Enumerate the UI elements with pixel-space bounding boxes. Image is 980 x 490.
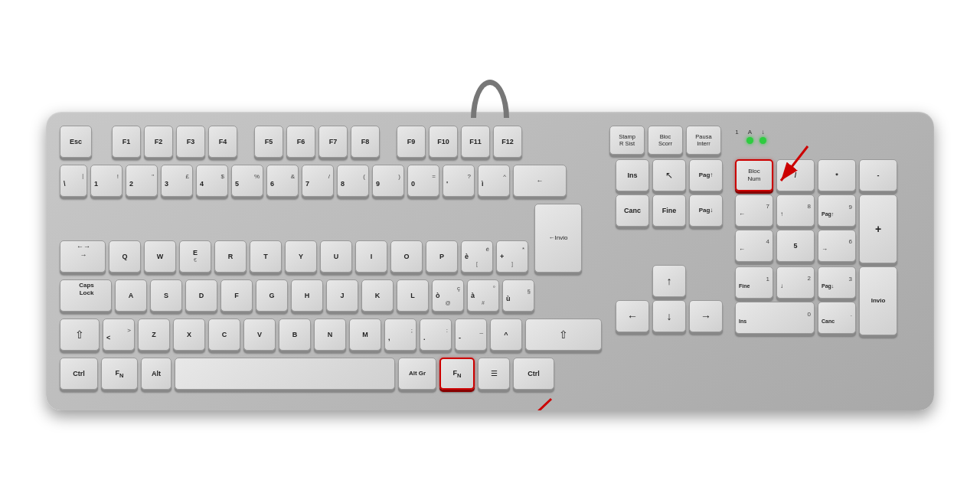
key-f11[interactable]: F11 (461, 126, 490, 158)
key-lt[interactable]: > < (103, 318, 135, 351)
key-7[interactable]: / 7 (302, 165, 334, 197)
key-c[interactable]: C (208, 318, 240, 351)
key-num-dot[interactable]: . Canc (818, 302, 856, 334)
key-enter[interactable]: ←Invio (534, 204, 582, 273)
key-b[interactable]: B (279, 318, 311, 351)
key-agrave[interactable]: ° à # (467, 279, 499, 312)
key-num-2[interactable]: 2 ↓ (776, 266, 815, 299)
key-question[interactable]: ? ' (443, 165, 475, 197)
key-pgup[interactable]: Pag↑ (689, 159, 723, 191)
key-q[interactable]: Q (109, 240, 141, 273)
key-num-3[interactable]: 3 Pag↓ (818, 266, 856, 299)
key-section[interactable]: § ù (502, 279, 534, 312)
key-semicolon[interactable]: ; , (384, 318, 416, 351)
key-x[interactable]: X (173, 318, 205, 351)
key-9[interactable]: ) 9 (372, 165, 404, 197)
key-f7[interactable]: F7 (318, 126, 348, 158)
key-arrow-left[interactable]: ← (616, 300, 649, 332)
key-v[interactable]: V (243, 318, 276, 351)
key-num-0[interactable]: 0 Ins (735, 302, 815, 334)
key-z[interactable]: Z (138, 318, 170, 351)
key-alt-left[interactable]: Alt (141, 358, 172, 390)
key-num-mul[interactable]: * (818, 159, 856, 191)
key-num-6[interactable]: 6 → (818, 230, 856, 262)
key-y[interactable]: Y (285, 240, 317, 273)
key-altgr[interactable]: Alt Gr (398, 358, 436, 390)
key-caret2[interactable]: ^ (490, 318, 522, 351)
key-m[interactable]: M (349, 318, 381, 351)
key-f9[interactable]: F9 (397, 126, 426, 158)
key-1[interactable]: ! 1 (90, 165, 122, 197)
key-n[interactable]: N (314, 318, 346, 351)
key-egrave[interactable]: é è [ (461, 240, 493, 273)
key-backspace[interactable]: ← (513, 165, 567, 197)
key-f10[interactable]: F10 (429, 126, 458, 158)
key-arrow-down[interactable]: ↓ (652, 300, 686, 332)
key-num-plus[interactable]: + (859, 194, 897, 263)
key-6[interactable]: & 6 (266, 165, 299, 197)
key-num-minus[interactable]: - (859, 159, 897, 191)
key-o[interactable]: O (390, 240, 423, 273)
key-fn[interactable]: FN (101, 358, 138, 390)
key-shift-right[interactable]: ⇧ (525, 318, 602, 351)
key-k[interactable]: K (361, 279, 394, 312)
key-5[interactable]: % 5 (231, 165, 263, 197)
key-home[interactable]: ↖ (652, 159, 686, 191)
key-ins[interactable]: Ins (616, 159, 649, 191)
key-a[interactable]: A (115, 279, 147, 312)
key-f2[interactable]: F2 (144, 126, 173, 158)
key-fine[interactable]: Fine (652, 194, 686, 227)
key-f4[interactable]: F4 (208, 126, 237, 158)
key-r[interactable]: R (214, 240, 247, 273)
key-pausa[interactable]: Pausa Interr (686, 126, 721, 155)
key-f1[interactable]: F1 (112, 126, 141, 158)
key-2[interactable]: " 2 (126, 165, 158, 197)
key-caps-lock[interactable]: CapsLock (60, 279, 112, 312)
key-t[interactable]: T (250, 240, 282, 273)
key-num-8[interactable]: 8 ↑ (776, 194, 815, 227)
key-num-div[interactable]: / (776, 159, 815, 191)
key-8[interactable]: ( 8 (337, 165, 369, 197)
key-esc[interactable]: Esc (60, 126, 92, 158)
key-ctrl-left[interactable]: Ctrl (60, 358, 98, 390)
key-j[interactable]: J (326, 279, 358, 312)
key-f6[interactable]: F6 (286, 126, 315, 158)
key-h[interactable]: H (291, 279, 323, 312)
key-underscore[interactable]: _ - (455, 318, 487, 351)
key-arrow-up[interactable]: ↑ (652, 265, 686, 297)
key-f8[interactable]: F8 (351, 126, 380, 158)
key-ctrl-right[interactable]: Ctrl (513, 358, 554, 390)
key-f3[interactable]: F3 (176, 126, 205, 158)
key-fn-highlighted[interactable]: FN (439, 358, 475, 390)
key-canc[interactable]: Canc (616, 194, 649, 227)
key-space[interactable] (175, 358, 395, 390)
key-ccedilla[interactable]: ç ò @ (432, 279, 464, 312)
key-4[interactable]: $ 4 (196, 165, 228, 197)
key-l[interactable]: L (397, 279, 429, 312)
key-pgdn[interactable]: Pag↓ (689, 194, 723, 227)
key-3[interactable]: £ 3 (161, 165, 193, 197)
key-backslash[interactable]: | \ (60, 165, 87, 197)
key-num-4[interactable]: 4 ← (735, 230, 773, 262)
key-caret[interactable]: ^ ì (478, 165, 510, 197)
key-d[interactable]: D (185, 279, 217, 312)
key-menu[interactable]: ☰ (478, 358, 510, 390)
key-u[interactable]: U (320, 240, 352, 273)
key-stamp[interactable]: Stamp R Sist (609, 126, 645, 155)
key-i[interactable]: I (355, 240, 387, 273)
key-num-5[interactable]: 5 (776, 230, 815, 262)
key-f[interactable]: F (220, 279, 253, 312)
key-tab[interactable]: ←→→ (60, 240, 106, 273)
key-colon[interactable]: : . (420, 318, 452, 351)
key-num-1[interactable]: 1 Fine (735, 266, 773, 299)
key-plus[interactable]: * + ] (496, 240, 528, 273)
key-num-9[interactable]: 9 Pag↑ (818, 194, 856, 227)
key-0[interactable]: = 0 (407, 165, 439, 197)
key-num-7[interactable]: 7 ← (735, 194, 773, 227)
key-e[interactable]: E € (179, 240, 211, 273)
key-f5[interactable]: F5 (254, 126, 283, 158)
key-bloc-num[interactable]: Bloc Num (735, 159, 773, 191)
key-w[interactable]: W (144, 240, 176, 273)
key-g[interactable]: G (256, 279, 288, 312)
key-bloc-scorr[interactable]: Bloc Scorr (648, 126, 683, 155)
